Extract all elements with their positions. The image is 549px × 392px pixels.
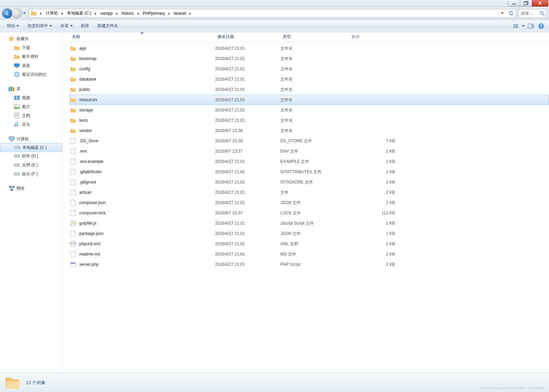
breadcrumb-sep[interactable]: ▸	[59, 9, 66, 17]
file-modified: 2016/4/27 21:01	[215, 87, 280, 92]
preview-pane-button[interactable]	[526, 22, 535, 31]
svg-rect-70	[71, 263, 75, 264]
view-options-button[interactable]	[511, 22, 520, 31]
svg-rect-17	[14, 63, 20, 67]
breadcrumb-sep[interactable]: ▸	[114, 9, 120, 17]
tree-item[interactable]: 本地磁盘 (C:)	[0, 143, 62, 152]
file-row[interactable]: artisan2016/4/27 21:01文件2 KB	[69, 187, 549, 198]
tree-item[interactable]: 最近访问的位	[0, 70, 62, 79]
burn-button[interactable]: 刻录	[78, 22, 93, 31]
navigation-sidebar[interactable]: 收藏夹下载教学资料桌面最近访问的位 库视频图片文档音乐 计算机本地磁盘 (C:)…	[0, 32, 62, 373]
file-row[interactable]: JSgulpfile.js2016/4/27 21:01JScript Scri…	[69, 218, 549, 228]
file-row[interactable]: composer.json2016/4/27 21:01JSON 文件2 KB	[69, 198, 549, 208]
tree-item[interactable]: 视频	[0, 93, 62, 102]
share-button[interactable]: 共享	[57, 22, 76, 31]
file-row[interactable]: package.json2016/4/27 21:01JSON 文件1 KB	[69, 228, 549, 239]
tree-item[interactable]: 娱乐 (F:)	[0, 169, 62, 178]
file-icon	[70, 148, 77, 155]
refresh-button[interactable]	[507, 9, 516, 17]
svg-point-40	[18, 165, 19, 165]
help-icon: ?	[538, 23, 544, 29]
column-header-name[interactable]: 名称	[69, 32, 215, 42]
tree-group-header[interactable]: 计算机	[0, 134, 62, 143]
file-type: JSON 文件	[280, 231, 349, 237]
breadcrumb-item[interactable]: PHPprimary	[141, 9, 166, 17]
tree-group-header[interactable]: 收藏夹	[0, 34, 62, 43]
breadcrumb-item[interactable]: htdocs	[120, 9, 135, 17]
tree-item[interactable]: 教学资料	[0, 52, 62, 61]
organize-button[interactable]: 组织	[3, 22, 23, 31]
folder-row[interactable]: app2016/4/27 21:01文件夹	[69, 43, 549, 54]
folder-row[interactable]: database2016/4/27 21:01文件夹	[69, 74, 549, 84]
folder-row[interactable]: storage2016/4/27 21:01文件夹	[69, 105, 549, 115]
folder-row[interactable]: vendor2016/9/7 23:39文件夹	[69, 126, 549, 136]
svg-rect-47	[70, 58, 76, 61]
chevron-down-icon	[23, 12, 26, 14]
file-row[interactable]: composer.lock2016/9/7 23:37LOCK 文件111 KB	[69, 208, 549, 218]
file-name: tests	[79, 118, 215, 123]
file-row[interactable]: .env.example2016/4/27 21:01EXAMPLE 文件1 K…	[69, 156, 549, 167]
breadcrumb-item[interactable]: laravel	[172, 9, 187, 17]
file-type: GITATTRIBUTES 文件	[280, 169, 349, 175]
folder-row[interactable]: resources2016/4/27 21:01文件夹	[69, 95, 549, 105]
tree-item[interactable]: 音乐	[0, 120, 62, 129]
tree-item[interactable]: 下载	[0, 43, 62, 52]
breadcrumb-sep[interactable]: ▸	[187, 9, 194, 17]
include-in-library-button[interactable]: 包含到库中	[24, 22, 56, 31]
file-row[interactable]: readme.md2016/4/27 21:01MD 文件2 KB	[69, 249, 549, 259]
tree-group-header[interactable]: 网络	[0, 184, 62, 193]
view-icon	[513, 24, 519, 28]
folder-row[interactable]: tests2016/4/27 21:01文件夹	[69, 115, 549, 126]
file-modified: 2016/4/27 21:01	[215, 118, 280, 123]
close-button[interactable]	[532, 0, 548, 7]
column-header-modified[interactable]: 修改日期	[215, 32, 280, 42]
search-input[interactable]	[521, 11, 538, 16]
folder-row[interactable]: bootstrap2016/4/27 21:01文件夹	[69, 54, 549, 64]
path-dropdown-button[interactable]	[498, 9, 507, 17]
folder-icon	[70, 66, 77, 72]
file-row[interactable]: .gitignore2016/4/27 21:01GITIGNORE 文件1 K…	[69, 177, 549, 187]
file-row[interactable]: server.php2016/4/27 21:01PHP Script1 KB	[69, 259, 549, 270]
view-dropdown[interactable]	[522, 25, 525, 27]
breadcrumb-item[interactable]: xampp	[99, 9, 114, 17]
file-row[interactable]: .DS_Store2016/9/7 23:39DS_STORE 文件7 KB	[69, 136, 549, 146]
file-modified: 2016/4/27 21:01	[215, 108, 280, 112]
file-type: EXAMPLE 文件	[280, 159, 349, 165]
search-box[interactable]	[518, 9, 547, 18]
nav-forward-button[interactable]	[12, 8, 22, 19]
breadcrumb-item[interactable]: 本地磁盘 (C:)	[66, 9, 93, 17]
file-row[interactable]: .gitattributes2016/4/27 21:01GITATTRIBUT…	[69, 167, 549, 177]
file-row[interactable]: </>phpunit.xml2016/4/27 21:01XML 文档2 KB	[69, 239, 549, 249]
maximize-button[interactable]	[520, 0, 532, 7]
minimize-button[interactable]	[508, 0, 520, 7]
tree-item[interactable]: 软件 (D:)	[0, 152, 62, 161]
column-header-size[interactable]: 大小	[349, 32, 400, 42]
share-label: 共享	[60, 23, 69, 29]
help-button[interactable]: ?	[537, 22, 546, 31]
tree-group-header[interactable]: 库	[0, 84, 62, 93]
breadcrumb-sep[interactable]: ▸	[38, 9, 44, 17]
breadcrumb-sep[interactable]: ▸	[93, 9, 99, 17]
tree-item[interactable]: 图片	[0, 102, 62, 111]
column-header-type[interactable]: 类型	[280, 32, 349, 42]
nav-history-dropdown[interactable]	[22, 9, 27, 18]
breadcrumb-sep[interactable]: ▸	[166, 9, 172, 17]
breadcrumb-item[interactable]: 计算机	[44, 9, 59, 17]
folder-row[interactable]: config2016/4/27 21:01文件夹	[69, 64, 549, 74]
tree-item[interactable]: 文档	[0, 111, 62, 120]
file-modified: 2016/4/27 21:01	[215, 97, 280, 102]
nav-back-button[interactable]	[2, 8, 12, 19]
tree-item[interactable]: 文档 (E:)	[0, 161, 62, 169]
new-folder-button[interactable]: 新建文件夹	[94, 22, 121, 31]
folder-row[interactable]: public2016/4/27 21:01文件夹	[69, 84, 549, 95]
tree-item[interactable]: 桌面	[0, 61, 62, 70]
svg-point-42	[18, 174, 19, 174]
file-type: LOCK 文件	[280, 210, 349, 216]
tree-label: 收藏夹	[16, 36, 29, 42]
file-name: vendor	[79, 128, 215, 133]
file-list[interactable]: app2016/4/27 21:01文件夹bootstrap2016/4/27 …	[62, 42, 549, 373]
breadcrumb-bar[interactable]: ▸ 计算机▸本地磁盘 (C:)▸xampp▸htdocs▸PHPprimary▸…	[29, 9, 516, 18]
breadcrumb-sep[interactable]: ▸	[135, 9, 141, 17]
svg-rect-55	[71, 138, 75, 144]
file-row[interactable]: .env2016/9/7 23:37ENV 文件1 KB	[69, 146, 549, 156]
